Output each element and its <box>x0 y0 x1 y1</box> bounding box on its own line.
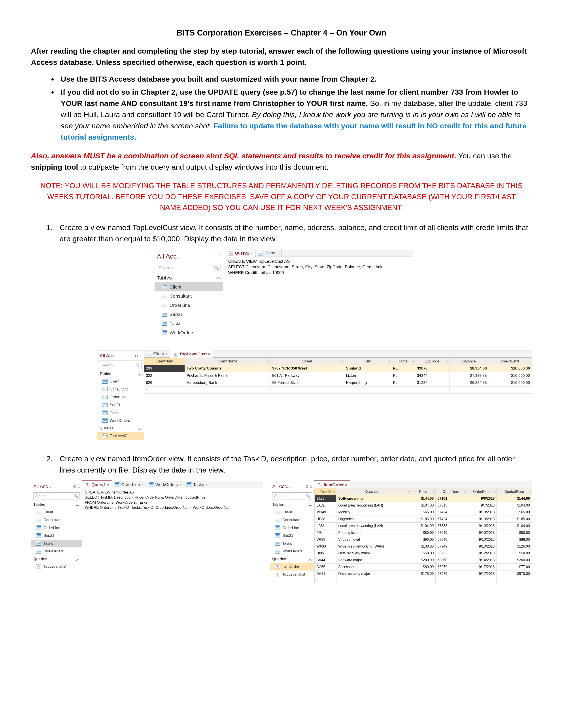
close-icon[interactable]: × <box>250 251 252 256</box>
nav-item-orderline[interactable]: OrderLine <box>154 301 223 310</box>
cell[interactable]: 34344 <box>415 372 450 379</box>
close-icon[interactable]: × <box>165 351 167 356</box>
new-row[interactable]: * <box>315 577 532 584</box>
close-icon[interactable]: × <box>107 482 109 488</box>
cell[interactable]: $65.00 <box>411 509 436 516</box>
cell[interactable]: $144.00 <box>497 495 532 502</box>
cell[interactable]: Data recovery minor <box>337 550 411 557</box>
cell[interactable]: 9/6/2018 <box>466 495 497 502</box>
cell[interactable]: 9/12/2018 <box>466 550 497 557</box>
table-row[interactable]: SA44Software major$200.00688689/14/2018$… <box>315 557 532 564</box>
cell[interactable]: 9/10/2018 <box>466 536 497 543</box>
access-nav-pane[interactable]: All Acc… ⊙ « Search… 🔍 Tables ︽ Client C… <box>154 250 223 337</box>
cell[interactable]: SA44 <box>315 557 337 564</box>
col-header[interactable]: State▾ <box>391 358 415 365</box>
close-icon[interactable]: × <box>205 482 207 487</box>
cell[interactable]: $50.00 <box>497 529 532 536</box>
cell[interactable]: 9/17/2018 <box>466 570 497 577</box>
dropdown-icon[interactable]: ▾ <box>464 490 465 494</box>
cell[interactable]: $130.00 <box>411 543 436 550</box>
nav-item-tasks[interactable]: Tasks <box>154 319 223 328</box>
table-row[interactable]: S177Software minor$144.00671019/6/2018$1… <box>315 495 532 502</box>
cell[interactable]: MO49 <box>315 509 337 516</box>
nav-group-tables[interactable]: Tables︽ <box>31 501 82 508</box>
close-icon[interactable]: × <box>208 352 210 357</box>
dropdown-icon[interactable]: ▾ <box>486 359 488 363</box>
cell[interactable]: 9/14/2018 <box>466 557 497 564</box>
cell[interactable]: 9/10/2018 <box>466 543 497 550</box>
cell[interactable]: 65 Forrest Blvd. <box>270 379 344 387</box>
nav-item[interactable]: Sep21 <box>270 532 314 540</box>
nav-item[interactable]: Client <box>270 508 314 516</box>
cell[interactable]: $175.00 <box>411 570 436 577</box>
nav-item-sep21[interactable]: Sep21 <box>154 310 223 319</box>
cell[interactable]: LA81 <box>315 502 337 509</box>
cell[interactable]: Mobility <box>337 509 411 516</box>
table-row[interactable]: 826 Harpersburg Bank 65 Forrest Blvd. Ha… <box>144 379 532 387</box>
tab-client[interactable]: Client× <box>144 350 170 358</box>
tab-workorders[interactable]: WorkOrders× <box>146 481 184 489</box>
nav-item[interactable]: Tasks <box>270 540 314 548</box>
nav-collapse-icon[interactable]: ⊙ « <box>214 252 221 258</box>
cell[interactable]: 67101 <box>436 495 466 502</box>
col-header[interactable]: City▾ <box>344 358 391 365</box>
cell[interactable]: $10,000.00 <box>489 379 532 387</box>
cell[interactable]: FL <box>391 365 415 372</box>
nav-item[interactable]: OrderLine <box>31 524 82 532</box>
cell[interactable]: $50.00 <box>411 529 436 536</box>
cell[interactable]: 67424 <box>436 509 466 516</box>
nav-collapse-icon[interactable]: ⊙ « <box>305 484 312 490</box>
nav-item[interactable]: Sep21 <box>31 532 82 540</box>
nav-item[interactable]: Consultant <box>31 516 82 524</box>
dropdown-icon[interactable]: ▾ <box>334 490 336 494</box>
cell[interactable]: 67424 <box>436 516 466 523</box>
cell[interactable]: 68252 <box>436 550 466 557</box>
nav-item-itemorder[interactable]: ItemOrder <box>270 563 314 570</box>
cell[interactable]: Printing issues <box>337 529 411 536</box>
nav-group-tables[interactable]: Tables ︽ <box>154 273 223 282</box>
result-table-1[interactable]: ClientNum▾ ClientName▾ Street▾ City▾ Sta… <box>144 358 532 394</box>
cell[interactable]: $77.00 <box>497 564 532 570</box>
cell[interactable]: $144.00 <box>411 495 436 502</box>
dropdown-icon[interactable]: ▾ <box>413 359 414 363</box>
col-header[interactable]: Description▾ <box>337 488 411 495</box>
cell[interactable]: 9/10/2018 <box>466 516 497 523</box>
cell[interactable]: 67838 <box>436 523 466 529</box>
close-icon[interactable]: × <box>276 251 278 256</box>
cell[interactable]: $90.00 <box>411 536 436 543</box>
col-header[interactable]: QuotedPrice▾ <box>497 488 532 495</box>
cell[interactable]: Local area networking (LAN) <box>337 502 411 509</box>
cell[interactable]: $8,354.00 <box>450 365 489 372</box>
access-nav-pane-3[interactable]: All Acc…⊙ « Search…🔍 Tables︽ Client Cons… <box>31 481 82 584</box>
col-header[interactable]: ClientName▾ <box>185 358 270 365</box>
cell[interactable]: 67313 <box>436 502 466 509</box>
sql-text[interactable]: CREATE VIEW TopLevelCust AS SELECT Clien… <box>225 257 413 277</box>
tab-orderline[interactable]: OrderLine× <box>112 481 146 489</box>
cell[interactable]: 9/7/2018 <box>466 502 497 509</box>
cell[interactable]: 299 <box>144 365 185 372</box>
tab-query1[interactable]: Query1× <box>225 249 255 257</box>
cell[interactable]: $6,824.55 <box>450 379 489 387</box>
cell[interactable]: FL <box>391 379 415 387</box>
close-icon[interactable]: × <box>141 482 143 487</box>
nav-header[interactable]: All Acc…⊙ « <box>97 351 144 360</box>
dropdown-icon[interactable]: ▾ <box>182 359 184 363</box>
cell[interactable]: 31234 <box>415 379 450 387</box>
table-row[interactable]: MO49Mobility$65.00674249/10/2018$65.00 <box>315 509 532 516</box>
cell[interactable]: LA81 <box>315 523 337 529</box>
nav-item[interactable]: WorkOrders <box>97 417 144 425</box>
col-header[interactable]: Street▾ <box>270 358 344 365</box>
tab-itemorder[interactable]: ItemOrder× <box>315 480 350 489</box>
cell[interactable]: $104.00 <box>497 502 532 509</box>
table-row[interactable]: PI54Printing issues$50.00679499/10/2018$… <box>315 529 532 536</box>
nav-search-input[interactable]: Search… 🔍 <box>157 264 221 272</box>
nav-item[interactable]: Client <box>31 508 82 516</box>
access-nav-pane-4[interactable]: All Acc…⊙ « Search…🔍 Tables︽ Client Cons… <box>270 481 315 584</box>
cell[interactable]: Two Crafty Cousins <box>185 365 270 372</box>
table-row[interactable]: WA33Wide area networking (WAN)$130.00679… <box>315 543 532 550</box>
cell[interactable]: 68868 <box>436 557 466 564</box>
cell[interactable]: $200.00 <box>497 557 532 564</box>
cell[interactable]: Lizton <box>344 372 391 379</box>
cell[interactable]: $10,000.00 <box>489 372 532 379</box>
nav-item-toplevelcust[interactable]: TopLevelCust <box>97 432 144 440</box>
